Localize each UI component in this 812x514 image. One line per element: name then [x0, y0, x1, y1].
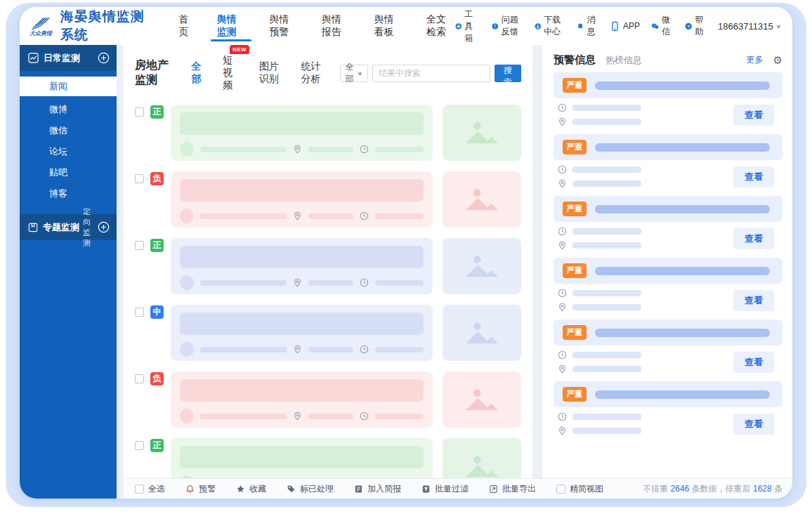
app-button[interactable]: APP — [610, 21, 640, 32]
alert-action[interactable]: 预警 — [185, 483, 216, 495]
result-card[interactable] — [171, 238, 433, 294]
alarm-icon — [185, 485, 195, 494]
view-button[interactable]: 查看 — [733, 105, 774, 126]
sidebar-section-topic[interactable]: 专题监测 定向监测 — [20, 214, 117, 240]
location-pin-icon — [293, 278, 302, 287]
alert-headline[interactable]: 严重 — [554, 319, 782, 345]
help-button[interactable]: ? 帮助 — [685, 14, 707, 38]
svg-text:?: ? — [687, 23, 690, 28]
sidebar-channel-item[interactable]: 微博 — [20, 99, 117, 120]
view-button[interactable]: 查看 — [733, 166, 774, 187]
view-button[interactable]: 查看 — [733, 290, 774, 311]
nav-item[interactable]: 舆情报告 — [322, 7, 351, 45]
sidebar-section-daily[interactable]: 日常监测 — [20, 45, 117, 71]
favorite-action[interactable]: 收藏 — [236, 483, 266, 495]
result-meta — [180, 409, 424, 423]
alert-detail: 查看 — [554, 160, 782, 190]
row-checkbox[interactable] — [135, 441, 144, 450]
search-button[interactable]: 搜索 — [495, 65, 521, 82]
clock-icon — [558, 227, 567, 236]
sidebar-channel-item[interactable]: 论坛 — [20, 141, 117, 162]
result-card[interactable] — [171, 105, 433, 161]
batch-action-bar: 全选 预警 收藏 标已处理 — [124, 478, 792, 499]
account-menu[interactable]: 18663711315 ∨ — [718, 21, 781, 32]
avatar — [180, 209, 194, 223]
select-all-action[interactable]: 全选 — [135, 483, 165, 495]
result-card[interactable] — [171, 371, 433, 428]
tab-alert-info[interactable]: 预警信息 — [554, 53, 596, 67]
row-checkbox[interactable] — [135, 174, 144, 183]
briefing-icon — [354, 485, 363, 494]
toolbox-button[interactable]: 工具箱 — [455, 8, 480, 44]
content-tab[interactable]: 短视频 NEW — [223, 54, 238, 92]
nav-item[interactable]: 舆情监测 — [217, 7, 246, 45]
sidebar: 日常监测 新闻 微博 微信 论坛 贴吧 — [20, 45, 117, 499]
sidebar-channel-item[interactable]: 微信 — [20, 120, 117, 141]
alert-headline[interactable]: 严重 — [554, 134, 782, 160]
result-card[interactable] — [171, 305, 433, 361]
alert-level-badge: 严重 — [563, 202, 587, 216]
alert-headline[interactable]: 严重 — [554, 196, 782, 222]
gear-icon[interactable]: ⚙ — [773, 55, 782, 65]
content-tab[interactable]: 图片识别 — [259, 60, 280, 86]
wechat-button[interactable]: 微信 — [651, 14, 674, 38]
feedback-button[interactable]: 问题反馈 — [492, 14, 523, 38]
nav-item[interactable]: 首页 — [178, 7, 192, 45]
location-pin-icon — [558, 241, 567, 250]
row-checkbox[interactable] — [135, 241, 144, 250]
search-scope-value: 全部 — [346, 61, 354, 85]
alert-level-badge: 严重 — [563, 387, 587, 402]
sidebar-section-title: 专题监测 — [43, 221, 79, 234]
content-tab[interactable]: 统计分析 — [301, 60, 321, 86]
select-all-checkbox[interactable] — [135, 485, 144, 494]
result-row: 正 — [135, 233, 521, 300]
view-button[interactable]: 查看 — [733, 352, 774, 373]
nav-item[interactable]: 舆情预警 — [269, 7, 298, 45]
row-checkbox[interactable] — [135, 308, 144, 317]
sentiment-badge: 正 — [150, 439, 164, 452]
title-skeleton — [180, 112, 424, 135]
more-link[interactable]: 更多 — [747, 54, 764, 66]
alert-headline[interactable]: 严重 — [554, 72, 782, 98]
compact-view-checkbox[interactable] — [556, 485, 565, 494]
messages-button[interactable]: 消息 — [577, 14, 598, 38]
batch-filter-label: 批量过滤 — [435, 483, 469, 495]
result-card[interactable] — [171, 171, 433, 228]
content-tab[interactable]: 全部 — [191, 60, 202, 86]
result-row: 负 — [135, 166, 521, 233]
alert-headline[interactable]: 严重 — [554, 381, 782, 407]
chevron-down-icon: ∨ — [776, 23, 781, 29]
sidebar-channel-item[interactable]: 新闻 — [20, 77, 117, 96]
sidebar-channel-item[interactable]: 贴吧 — [20, 162, 117, 183]
tab-label: 全部 — [191, 60, 201, 84]
add-topic-button[interactable] — [98, 221, 110, 233]
row-checkbox[interactable] — [135, 374, 144, 383]
download-center-button[interactable]: 下载中心 — [535, 14, 565, 38]
search-scope-select[interactable]: 全部 ∨ — [340, 65, 368, 82]
nav-item[interactable]: 舆情看板 — [374, 7, 402, 45]
row-checkbox[interactable] — [135, 107, 144, 117]
alert-time-skeleton — [572, 228, 641, 235]
alert-item: 严重 — [554, 196, 782, 251]
view-button[interactable]: 查看 — [733, 228, 774, 249]
source-skeleton — [200, 147, 287, 152]
result-row: 正 — [135, 433, 521, 478]
batch-export-action[interactable]: 批量导出 — [489, 483, 536, 495]
alert-headline[interactable]: 严重 — [554, 258, 782, 284]
time-skeleton — [375, 213, 424, 219]
add-briefing-action[interactable]: 加入简报 — [354, 483, 401, 495]
mark-processed-action[interactable]: 标已处理 — [287, 483, 334, 495]
deduped-count: 1628 — [753, 484, 772, 494]
add-monitor-button[interactable] — [98, 52, 110, 64]
nav-item[interactable]: 全文检索 — [426, 7, 455, 45]
thumbnail-placeholder — [443, 171, 521, 228]
search-input[interactable] — [372, 65, 490, 82]
sidebar-channel-list: 新闻 微博 微信 论坛 贴吧 博客 — [20, 71, 117, 214]
thumbnail-placeholder — [443, 438, 521, 478]
batch-filter-action[interactable]: 批量过滤 — [421, 483, 469, 495]
sidebar-channel-item[interactable]: 博客 — [20, 183, 117, 204]
compact-view-action[interactable]: 精简视图 — [556, 483, 603, 495]
result-card[interactable] — [171, 438, 433, 478]
tab-hot-list[interactable]: 热榜信息 — [605, 54, 642, 67]
view-button[interactable]: 查看 — [733, 414, 774, 435]
